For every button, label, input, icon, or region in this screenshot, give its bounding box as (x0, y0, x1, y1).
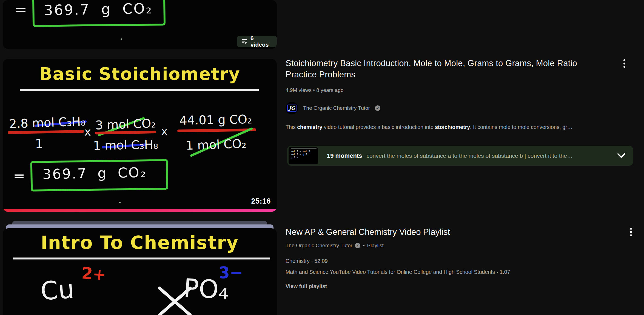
multiply-sign-1: x (84, 125, 91, 138)
playlist-entry[interactable]: Math and Science YouTube Video Tutorials… (286, 269, 510, 275)
video-count-badge: 6 videos (237, 36, 277, 47)
playlist-type-label: Playlist (367, 243, 384, 249)
video-meta: 4.9M views • 8 years ago (286, 87, 344, 93)
description-text: This (286, 124, 297, 130)
video-title[interactable]: Stoichiometry Basic Introduction, Mole t… (286, 58, 608, 80)
description-keyword: stoichiometry (435, 124, 470, 130)
fraction-denominator-2: 1 mol C₃H₈ (93, 137, 158, 153)
formula-result: 369.7 g CO₂ (44, 0, 153, 19)
tiny-text-blur (291, 148, 317, 149)
fraction-numerator-3: 44.01 g CO₂ (179, 112, 252, 128)
moments-preview: convert the moles of substance a to the … (366, 153, 613, 159)
fraction-numerator-1: 2.8 mol C₃H₈ (9, 114, 86, 131)
video-description: This chemistry video tutorial provides a… (286, 124, 640, 130)
kebab-icon (623, 59, 625, 61)
moment-thumbnail: mol A → mol B mol A → g B g A → (289, 147, 318, 164)
separator: • (363, 243, 365, 249)
anion-charge: 3− (219, 263, 243, 282)
cation-charge: 2+ (81, 264, 107, 284)
description-text: . It contains mole to mole conversions, … (470, 124, 572, 130)
watch-progress-bar (3, 209, 277, 212)
multiply-sign-2: x (161, 125, 168, 137)
thumb-heading: Intro To Chemistry (3, 232, 277, 253)
result-formula: 369.7 g CO₂ (42, 165, 147, 182)
playlist-channel-row[interactable]: The Organic Chemistry Tutor ✓ • Playlist (286, 243, 384, 249)
playlist-thumbnail-bottom[interactable]: Intro To Chemistry Cu 2+ PO₄ 3− (3, 228, 277, 315)
cursor-dot (121, 38, 122, 40)
moments-count: 19 moments (327, 152, 362, 159)
view-full-playlist-link[interactable]: View full playlist (286, 283, 327, 289)
cation-symbol: Cu (39, 274, 75, 306)
search-results-page: = 369.7 g CO₂ 6 videos Basic Stoichiomet… (0, 0, 644, 315)
channel-avatar[interactable]: JG (286, 102, 298, 114)
more-options-button[interactable] (619, 58, 630, 72)
video-thumbnail[interactable]: Basic Stoichiometry 2.8 mol C₃H₈ 3 mol C… (3, 59, 277, 212)
result-equals: = (13, 168, 25, 184)
moment-scribble: g A → (291, 156, 318, 159)
playlist-title[interactable]: New AP & General Chemistry Video Playlis… (286, 227, 450, 237)
chevron-down-icon[interactable] (617, 153, 626, 159)
video-count-label: 6 videos (250, 35, 272, 48)
cursor-dot (119, 202, 121, 203)
description-text: video tutorial provides a basic introduc… (322, 124, 435, 130)
duration-badge: 25:16 (251, 197, 271, 206)
more-options-button[interactable] (625, 226, 636, 240)
channel-name[interactable]: The Organic Chemistry Tutor (303, 105, 370, 111)
thumb-heading: Basic Stoichiometry (3, 64, 277, 84)
avatar-initials: JG (287, 105, 297, 112)
key-moments-chip[interactable]: mol A → mol B mol A → g B g A → 19 momen… (287, 146, 633, 166)
moment-scribble: mol A → mol B (291, 150, 318, 153)
formula-equals: = (14, 1, 27, 18)
kebab-icon (630, 228, 632, 230)
playlist-thumbnail-top[interactable]: = 369.7 g CO₂ 6 videos (3, 0, 277, 49)
playlist-icon (241, 38, 248, 44)
fraction-denominator-3: 1 mol CO₂ (186, 136, 247, 153)
fraction-numerator-2: 3 mol CO₂ (95, 116, 156, 132)
channel-row[interactable]: JG The Organic Chemistry Tutor ✓ (286, 102, 380, 114)
playlist-entry[interactable]: Chemistry · 52:09 (286, 258, 328, 264)
channel-name[interactable]: The Organic Chemistry Tutor (286, 243, 352, 249)
description-keyword: chemistry (297, 124, 322, 130)
verified-badge-icon: ✓ (375, 105, 380, 111)
moment-scribble: mol A → g B (291, 153, 318, 156)
fraction-denominator-1: 1 (35, 136, 43, 151)
verified-badge-icon: ✓ (355, 243, 360, 248)
